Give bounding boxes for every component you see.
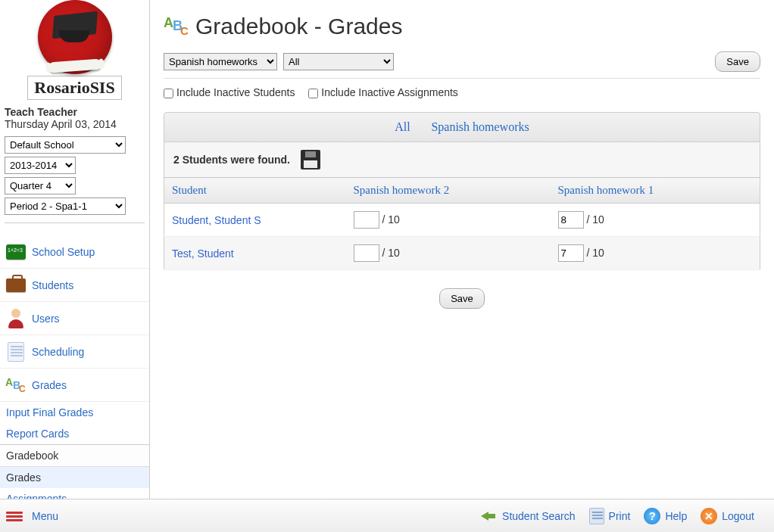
user-block: Teach Teacher Thursday April 03, 2014 De… (0, 103, 149, 235)
student-link[interactable]: Student, Student S (172, 214, 261, 226)
grades-table: Student Spanish homework 2 Spanish homew… (164, 177, 760, 270)
filter-checkboxes: Include Inactive Students Include Inacti… (164, 83, 760, 106)
col-homework-1[interactable]: Spanish homework 1 (551, 178, 760, 204)
include-inactive-assignments-checkbox[interactable] (308, 89, 318, 98)
subnav-gradebook-header: Gradebook (0, 444, 149, 467)
help-icon: ? (644, 508, 660, 524)
filter-bar: Spanish homeworks All Save (164, 51, 760, 79)
footer-help[interactable]: ? Help (644, 508, 687, 524)
current-date: Thursday April 03, 2014 (5, 118, 145, 130)
subnav-grades-active[interactable]: Grades (0, 467, 149, 488)
sidebar: RosarioSIS Teach Teacher Thursday April … (0, 0, 150, 532)
assignment-type-select[interactable]: Spanish homeworks (164, 53, 277, 70)
arrow-left-icon (481, 508, 498, 524)
main-content: ABC Gradebook - Grades Spanish homeworks… (150, 0, 774, 499)
footer-student-search[interactable]: Student Search (481, 508, 576, 524)
close-icon: ✕ (701, 508, 717, 524)
col-student[interactable]: Student (164, 178, 346, 204)
school-select[interactable]: Default School (5, 136, 126, 154)
nav-school-setup[interactable]: School Setup (0, 235, 149, 269)
grade-input-hw2[interactable] (354, 211, 379, 229)
save-button-bottom[interactable]: Save (439, 288, 485, 309)
nav-scheduling-label: Scheduling (32, 346, 84, 358)
user-icon (5, 307, 27, 330)
include-inactive-assignments-label[interactable]: Include Inactive Assignments (308, 86, 458, 98)
table-row: Student, Student S / 10 / 10 (164, 204, 760, 237)
nav-school-setup-label: School Setup (32, 246, 95, 258)
tabs-bar: All Spanish homeworks (164, 112, 760, 142)
abc-icon: ABC (164, 15, 189, 38)
grade-denominator: / 10 (587, 213, 604, 226)
col-homework-2[interactable]: Spanish homework 2 (346, 178, 551, 204)
grade-input-hw1[interactable] (558, 211, 584, 229)
save-disk-icon[interactable] (301, 150, 320, 170)
logo-icon (38, 0, 112, 74)
include-inactive-students-checkbox[interactable] (164, 89, 173, 98)
subnav-report-cards[interactable]: Report Cards (0, 423, 149, 444)
nav-students-label: Students (32, 279, 73, 291)
nav-students[interactable]: Students (0, 269, 149, 302)
footer-logout[interactable]: ✕ Logout (701, 508, 754, 524)
subnav-input-final-grades[interactable]: Input Final Grades (0, 402, 149, 423)
footer-print[interactable]: Print (589, 508, 631, 524)
year-select[interactable]: 2013-2014 (5, 157, 76, 174)
page-title: Gradebook - Grades (195, 14, 402, 39)
nav-grades[interactable]: ABC Grades (0, 369, 149, 402)
user-name: Teach Teacher (5, 106, 145, 118)
brand-logo: RosarioSIS (0, 0, 149, 103)
nav-scheduling[interactable]: Scheduling (0, 335, 149, 369)
results-header: 2 Students were found. (164, 142, 760, 177)
brand-name: RosarioSIS (27, 76, 121, 100)
briefcase-icon (5, 274, 27, 297)
footer-bar: Menu Student Search Print ? Help ✕ Logou… (0, 499, 774, 532)
grade-denominator: / 10 (587, 247, 604, 259)
student-link[interactable]: Test, Student (172, 247, 234, 260)
print-icon (589, 508, 604, 524)
include-inactive-students-label[interactable]: Include Inactive Students (164, 86, 295, 98)
period-select[interactable]: Period 2 - Spa1-1 (5, 198, 126, 215)
nav-users[interactable]: Users (0, 302, 149, 335)
grade-denominator: / 10 (382, 213, 400, 226)
nav-users-label: Users (32, 313, 60, 325)
hamburger-icon (6, 510, 23, 522)
nav-grades-label: Grades (32, 379, 67, 391)
tab-spanish-homeworks[interactable]: Spanish homeworks (431, 120, 529, 133)
quarter-select[interactable]: Quarter 4 (5, 177, 76, 194)
table-row: Test, Student / 10 / 10 (164, 237, 760, 270)
assignment-scope-select[interactable]: All (283, 53, 394, 70)
grade-input-hw2[interactable] (354, 244, 379, 262)
grade-input-hw1[interactable] (558, 244, 584, 262)
grade-denominator: / 10 (382, 247, 400, 259)
results-count: 2 Students were found. (173, 154, 290, 166)
footer-menu[interactable]: Menu (6, 510, 58, 522)
abc-icon: ABC (5, 374, 27, 397)
chalkboard-icon (5, 241, 27, 263)
tab-all[interactable]: All (395, 120, 410, 133)
save-button-top[interactable]: Save (715, 51, 760, 72)
schedule-icon (5, 341, 27, 363)
